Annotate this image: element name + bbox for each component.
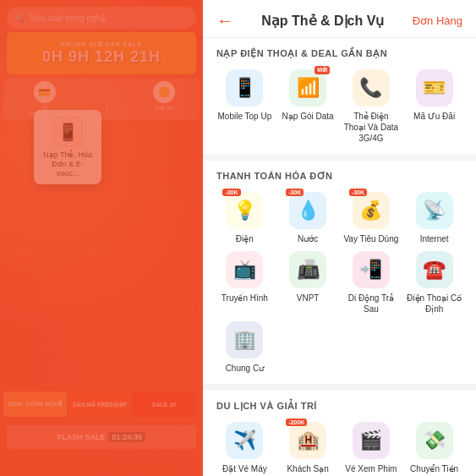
- left-panel: 🔍 Siêu sale công nghệ KHUNG GIỜ SÀN SALE…: [0, 0, 203, 476]
- mobile-topup-icon: 📱: [226, 69, 263, 107]
- di-dong-tra-sau-icon: 📲: [353, 251, 390, 288]
- nuoc-icon: 💧 -30K: [289, 192, 326, 229]
- dien-thoai-co-dinh-label: Điện Thoại Cố Định: [406, 293, 462, 315]
- khach-san-label: Khách Sạn: [287, 463, 328, 474]
- new-badge: Mới: [315, 66, 330, 74]
- ve-xem-phim-icon: 🎬: [353, 422, 390, 459]
- chung-cu-label: Chung Cư: [226, 363, 264, 374]
- service-vnpt[interactable]: 📠 VNPT: [280, 251, 336, 315]
- service-grid-2: 💡 -30K Điện 💧 -30K Nước 💰 -30K Vay Tiêu …: [216, 192, 462, 315]
- service-the-dien-thoai[interactable]: 📞 Thẻ Điện Thoại Và Data 3G/4G: [343, 69, 400, 144]
- truyen-hinh-icon: 📺: [226, 251, 263, 288]
- vnpt-label: VNPT: [297, 293, 320, 304]
- service-grid-1: 📱 Mobile Top Up 📶 Mới Nạp Gói Data 📞 Thẻ…: [216, 69, 462, 144]
- service-di-dong-tra-sau[interactable]: 📲 Di Động Trả Sau: [343, 251, 400, 315]
- section-title-2: THANH TOÁN HÓA ĐƠN: [216, 171, 462, 182]
- dien-discount-badge: -30K: [222, 189, 240, 196]
- service-khach-san[interactable]: 🏨 -200K Khách Sạn: [280, 422, 336, 476]
- ma-uu-dai-label: Mã Ưu Đãi: [413, 111, 455, 122]
- vay-tieu-dung-icon: 💰 -30K: [353, 192, 390, 229]
- service-internet[interactable]: 📡 Internet: [406, 192, 462, 244]
- chuyen-tien-label: Chuyển Tiền: [410, 463, 458, 474]
- service-ve-xem-phim[interactable]: 🎬 Vé Xem Phim: [343, 422, 400, 476]
- mobile-topup-label: Mobile Top Up: [218, 111, 272, 122]
- service-truyen-hinh[interactable]: 📺 Truyền Hình: [216, 251, 273, 315]
- section-title-3: DU LỊCH VÀ GIẢI TRÍ: [216, 401, 462, 412]
- header-title: Nạp Thẻ & Dịch Vụ: [261, 13, 384, 29]
- khach-san-badge: -200K: [286, 419, 307, 426]
- service-vay-tieu-dung[interactable]: 💰 -30K Vay Tiêu Dùng: [343, 192, 400, 244]
- service-nap-goi-data[interactable]: 📶 Mới Nạp Gói Data: [280, 69, 336, 144]
- di-dong-tra-sau-label: Di Động Trả Sau: [343, 293, 400, 315]
- order-link[interactable]: Đơn Hàng: [413, 14, 462, 27]
- back-button[interactable]: ←: [216, 12, 233, 29]
- section-nap-dien-thoai: NẠP ĐIỆN THOẠI & DEAL GẦN BẠN 📱 Mobile T…: [203, 38, 476, 154]
- ve-xem-phim-label: Vé Xem Phim: [345, 463, 397, 474]
- may-bay-label: Đặt Vé Máy Bay: [216, 463, 273, 476]
- nuoc-discount-badge: -30K: [286, 189, 304, 196]
- may-bay-icon: ✈️: [226, 422, 263, 459]
- dien-thoai-co-dinh-icon: ☎️: [416, 251, 453, 288]
- khach-san-icon: 🏨 -200K: [289, 422, 326, 459]
- section-thanh-toan: THANH TOÁN HÓA ĐƠN 💡 -30K Điện 💧 -30K Nư…: [203, 161, 476, 384]
- the-dien-thoai-label: Thẻ Điện Thoại Và Data 3G/4G: [343, 111, 400, 144]
- right-panel: ← Nạp Thẻ & Dịch Vụ Đơn Hàng NẠP ĐIỆN TH…: [203, 0, 476, 476]
- section-du-lich: DU LỊCH VÀ GIẢI TRÍ ✈️ Đặt Vé Máy Bay 🏨 …: [203, 391, 476, 476]
- section-title-1: NẠP ĐIỆN THOẠI & DEAL GẦN BẠN: [216, 48, 462, 59]
- service-grid-3: ✈️ Đặt Vé Máy Bay 🏨 -200K Khách Sạn 🎬 Vé…: [216, 422, 462, 476]
- service-dien[interactable]: 💡 -30K Điện: [216, 192, 273, 244]
- chuyen-tien-icon: 💸: [416, 422, 453, 459]
- nap-goi-data-label: Nạp Gói Data: [282, 111, 334, 122]
- vnpt-icon: 📠: [289, 251, 326, 288]
- service-mobile-topup[interactable]: 📱 Mobile Top Up: [216, 69, 273, 144]
- nap-goi-data-icon: 📶 Mới: [289, 69, 326, 107]
- service-chung-cu[interactable]: 🏢 Chung Cư: [216, 321, 273, 374]
- dien-label: Điện: [236, 233, 254, 244]
- right-header: ← Nạp Thẻ & Dịch Vụ Đơn Hàng: [203, 0, 476, 38]
- dien-icon: 💡 -30K: [226, 192, 263, 229]
- internet-icon: 📡: [416, 192, 453, 229]
- internet-label: Internet: [420, 233, 449, 244]
- service-may-bay[interactable]: ✈️ Đặt Vé Máy Bay: [216, 422, 273, 476]
- service-chuyen-tien[interactable]: 💸 Chuyển Tiền: [406, 422, 462, 476]
- vay-tieu-dung-label: Vay Tiêu Dùng: [343, 233, 398, 244]
- service-ma-uu-dai[interactable]: 🎫 Mã Ưu Đãi: [406, 69, 462, 144]
- the-dien-thoai-icon: 📞: [353, 69, 390, 107]
- service-dien-thoai-co-dinh[interactable]: ☎️ Điện Thoại Cố Định: [406, 251, 462, 315]
- service-nuoc[interactable]: 💧 -30K Nước: [280, 192, 336, 244]
- truyen-hinh-label: Truyền Hình: [222, 293, 268, 304]
- service-grid-2b: 🏢 Chung Cư: [216, 321, 462, 374]
- ma-uu-dai-icon: 🎫: [416, 69, 453, 107]
- chung-cu-icon: 🏢: [226, 321, 263, 358]
- vay-discount-badge: -30K: [349, 189, 367, 196]
- nuoc-label: Nước: [298, 233, 318, 244]
